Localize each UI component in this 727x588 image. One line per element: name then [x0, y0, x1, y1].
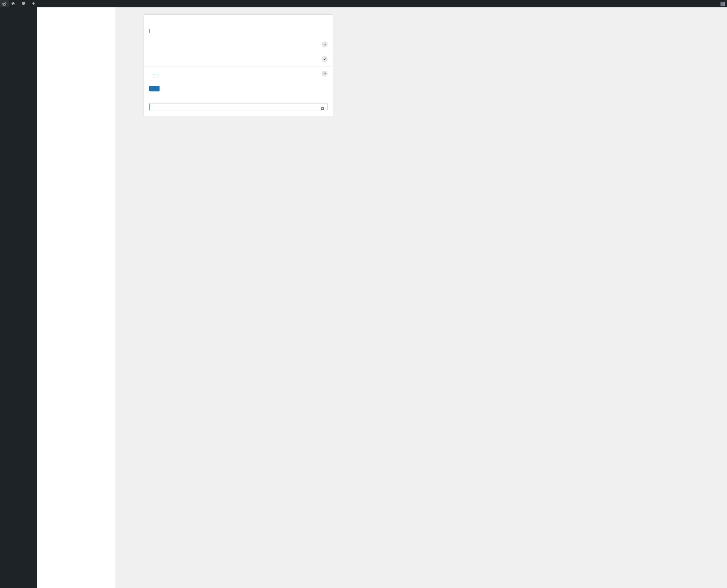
left-bar-collapse-button[interactable] — [321, 41, 328, 47]
comment-icon — [21, 2, 25, 6]
collapse-menu-button[interactable] — [0, 7, 37, 15]
deactivate-cleaner-link[interactable] — [712, 0, 717, 7]
save-changes-button[interactable] — [149, 86, 160, 91]
site-name-menu[interactable] — [9, 0, 19, 7]
settings-panel — [144, 14, 333, 116]
wp-logo-menu[interactable] — [0, 0, 9, 7]
topbar-frontend-expand-button[interactable] — [321, 70, 328, 77]
avatar — [721, 2, 725, 6]
notice-dismiss-button[interactable] — [320, 106, 325, 111]
panel-header — [144, 15, 333, 25]
left-bar-section-header[interactable] — [144, 37, 333, 52]
topbar-frontend-section-header[interactable] — [144, 66, 333, 81]
wordpress-icon — [2, 2, 6, 6]
select-all-checkbox[interactable] — [149, 29, 154, 33]
page-content — [37, 7, 727, 588]
panel-footer — [144, 81, 333, 97]
admin-bar — [0, 0, 727, 7]
my-account-menu[interactable] — [717, 0, 727, 7]
topbar-frontend-heading — [149, 71, 159, 77]
plugin-sidebar — [37, 7, 116, 588]
plus-icon — [32, 2, 36, 6]
select-all-row — [144, 25, 333, 37]
topbar-backend-section-header[interactable] — [144, 52, 333, 66]
info-notice — [149, 104, 328, 110]
admin-menu — [0, 7, 37, 588]
comments-menu[interactable] — [19, 0, 29, 7]
close-icon — [320, 106, 325, 111]
chevron-down-icon — [323, 72, 326, 75]
chevron-up-icon — [323, 43, 326, 46]
topbar-backend-expand-button[interactable] — [321, 56, 328, 62]
home-icon — [11, 2, 15, 6]
new-content-menu[interactable] — [29, 0, 39, 7]
refresh-button[interactable] — [153, 74, 159, 77]
plugin-content — [116, 7, 727, 588]
chevron-down-icon — [323, 58, 326, 60]
